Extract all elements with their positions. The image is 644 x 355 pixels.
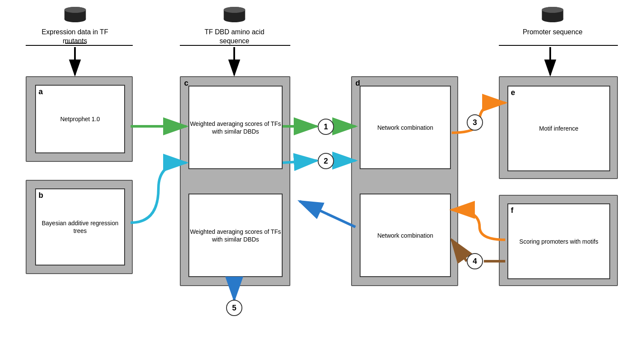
box-c-top-inner: Weighted averaging scores of TFs with si…	[188, 86, 283, 169]
label-b: b	[39, 191, 43, 200]
label-e: e	[511, 88, 515, 97]
circle-4: 4	[467, 253, 483, 269]
db-icon-expression	[63, 6, 87, 24]
svg-point-21	[64, 7, 86, 13]
db-icon-tfdbd	[223, 6, 246, 24]
box-a-outer: a Netprophet 1.0	[26, 76, 133, 162]
box-d-bottom-inner: Network combination	[360, 194, 451, 277]
header-tfdbd: TF DBD amino acid sequence	[195, 6, 274, 46]
svg-point-24	[224, 16, 245, 22]
box-c-outer: c Weighted averaging scores of TFs with …	[180, 76, 290, 286]
box-d-outer: d Network combination Network combinatio…	[351, 76, 458, 286]
label-a: a	[39, 87, 43, 96]
box-f-text: Scoring promoters with motifs	[508, 237, 609, 245]
header-tfdbd-label: TF DBD amino acid sequence	[195, 28, 274, 46]
box-c-top-text: Weighted averaging scores of TFs with si…	[189, 119, 282, 135]
circle-3: 3	[467, 114, 483, 131]
svg-point-25	[224, 7, 245, 13]
box-f-inner: f Scoring promoters with motifs	[507, 203, 610, 279]
svg-point-28	[542, 16, 564, 22]
circle-1: 1	[318, 119, 334, 135]
header-expression-line	[65, 43, 86, 44]
box-e-outer: e Motif inference	[499, 76, 618, 179]
box-f-outer: f Scoring promoters with motifs	[499, 195, 618, 286]
label-f: f	[511, 206, 513, 215]
box-b-text: Bayesian additive regression trees	[36, 219, 124, 235]
box-d-bottom-text: Network combination	[361, 231, 450, 239]
line-tfdbd	[180, 45, 290, 46]
line-expression	[26, 45, 133, 46]
box-e-inner: e Motif inference	[507, 86, 610, 171]
svg-point-20	[64, 16, 86, 22]
circle-2: 2	[318, 153, 334, 169]
box-a-text: Netprophet 1.0	[36, 115, 124, 123]
header-expression: Expression data in TF mutants	[39, 6, 111, 46]
box-e-text: Motif inference	[508, 125, 609, 132]
box-b-outer: b Bayesian additive regression trees	[26, 180, 133, 274]
db-icon-promoter	[541, 6, 564, 24]
svg-point-29	[542, 7, 564, 13]
label-c: c	[184, 79, 188, 88]
diagram: Expression data in TF mutants TF DBD ami…	[0, 0, 644, 355]
box-a-inner: a Netprophet 1.0	[35, 85, 125, 153]
box-c-bottom-text: Weighted averaging scores of TFs with si…	[189, 227, 282, 243]
box-d-top-inner: Network combination	[360, 86, 451, 169]
circle-5: 5	[226, 300, 242, 316]
svg-line-16	[300, 201, 355, 227]
box-b-inner: b Bayesian additive regression trees	[35, 188, 125, 266]
header-promoter: Promoter sequence	[522, 6, 584, 37]
box-c-bottom-inner: Weighted averaging scores of TFs with si…	[188, 194, 283, 277]
box-d-top-text: Network combination	[361, 123, 450, 131]
line-promoter	[499, 45, 618, 46]
header-promoter-label: Promoter sequence	[522, 28, 584, 37]
